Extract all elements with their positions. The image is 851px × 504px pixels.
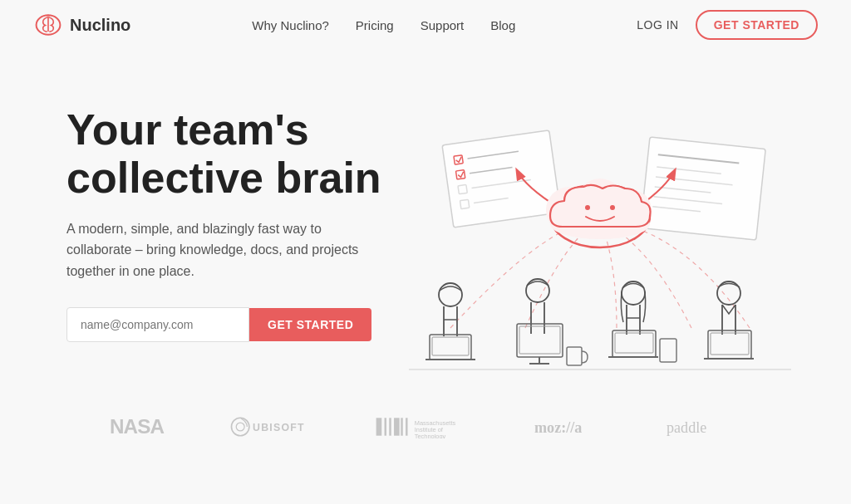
get-started-nav-button[interactable]: GET STARTED xyxy=(696,10,818,40)
nav-links: Why Nuclino? Pricing Support Blog xyxy=(252,18,515,32)
svg-text:UBISOFT: UBISOFT xyxy=(253,422,305,433)
nav-pricing[interactable]: Pricing xyxy=(356,18,394,32)
svg-rect-47 xyxy=(376,418,382,435)
svg-rect-31 xyxy=(519,326,560,354)
nav-blog[interactable]: Blog xyxy=(490,18,515,32)
svg-rect-38 xyxy=(660,339,676,362)
nav-why-nuclino[interactable]: Why Nuclino? xyxy=(252,18,329,32)
get-started-hero-button[interactable]: GET STARTED xyxy=(249,308,371,341)
svg-point-29 xyxy=(526,279,549,302)
svg-text:NASA: NASA xyxy=(110,415,164,438)
logos-section: NASA UBISOFT Massachusetts Institute of … xyxy=(0,399,851,463)
svg-rect-49 xyxy=(389,418,391,435)
svg-point-39 xyxy=(717,281,740,305)
svg-point-44 xyxy=(231,418,248,435)
logo-mit: Massachusetts Institute of Technology xyxy=(375,415,485,438)
svg-rect-37 xyxy=(615,333,653,353)
svg-rect-41 xyxy=(711,333,749,355)
svg-point-25 xyxy=(610,205,615,210)
login-button[interactable]: LOG IN xyxy=(637,18,678,32)
nav-support[interactable]: Support xyxy=(421,18,465,32)
svg-point-45 xyxy=(236,423,244,431)
svg-rect-48 xyxy=(385,418,386,435)
hero-content: Your team's collective brain A modern, s… xyxy=(66,106,382,341)
logo-nasa: NASA xyxy=(110,415,180,438)
logo-text: Nuclino xyxy=(70,16,130,35)
svg-point-35 xyxy=(622,281,645,305)
logo-area: Nuclino xyxy=(33,10,130,40)
svg-rect-30 xyxy=(517,324,563,357)
svg-point-2 xyxy=(47,14,50,17)
navbar-actions: LOG IN GET STARTED xyxy=(637,10,818,40)
svg-text:paddle: paddle xyxy=(667,419,706,436)
hero-title: Your team's collective brain xyxy=(66,106,382,201)
svg-text:moz://a: moz://a xyxy=(534,419,582,436)
svg-text:Technology: Technology xyxy=(415,433,446,438)
navbar: Nuclino Why Nuclino? Pricing Support Blo… xyxy=(0,0,851,50)
svg-point-24 xyxy=(585,205,590,210)
hero-illustration-svg xyxy=(384,71,816,378)
hero-form: GET STARTED xyxy=(66,307,382,342)
email-input[interactable] xyxy=(66,307,249,342)
svg-rect-12 xyxy=(641,137,766,240)
svg-rect-51 xyxy=(401,418,402,435)
logo-paddle: paddle xyxy=(667,415,742,438)
logo-icon xyxy=(33,10,63,40)
hero-illustration xyxy=(382,66,818,382)
logo-mozilla: moz://a xyxy=(534,415,617,438)
hero-subtitle: A modern, simple, and blazingly fast way… xyxy=(66,218,382,282)
svg-rect-28 xyxy=(432,337,469,355)
svg-rect-34 xyxy=(567,347,582,365)
svg-rect-52 xyxy=(406,418,407,435)
hero-section: Your team's collective brain A modern, s… xyxy=(0,50,851,399)
svg-rect-50 xyxy=(394,418,400,435)
logo-ubisoft: UBISOFT xyxy=(229,415,325,438)
